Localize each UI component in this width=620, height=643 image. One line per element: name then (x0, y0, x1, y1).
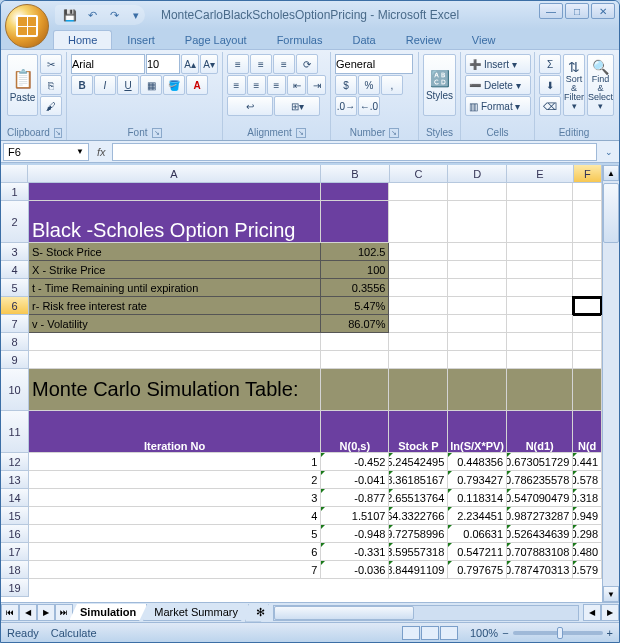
align-bottom-button[interactable]: ≡ (273, 54, 295, 74)
row-header[interactable]: 5 (1, 279, 29, 297)
row-header[interactable]: 3 (1, 243, 29, 261)
decrease-indent-button[interactable]: ⇤ (287, 75, 306, 95)
cell[interactable]: 0.480 (573, 543, 602, 561)
cell[interactable]: 0.3556 (321, 279, 389, 297)
format-cells-button[interactable]: ▥Format ▾ (465, 96, 531, 116)
scroll-down-button[interactable]: ▼ (603, 586, 619, 602)
row-header[interactable]: 15 (1, 507, 29, 525)
cut-button[interactable]: ✂ (40, 54, 62, 74)
accounting-button[interactable]: $ (335, 75, 357, 95)
zoom-level[interactable]: 100% (470, 627, 498, 639)
cell[interactable]: 0.987273287 (507, 507, 573, 525)
cell[interactable]: 0.578 (573, 471, 602, 489)
cell[interactable]: 0.06631 (448, 525, 507, 543)
row-header[interactable]: 16 (1, 525, 29, 543)
hscroll-right[interactable]: ▶ (601, 604, 619, 621)
cell[interactable]: 0.526434639 (507, 525, 573, 543)
insert-cells-button[interactable]: ➕Insert ▾ (465, 54, 531, 74)
scroll-up-button[interactable]: ▲ (603, 165, 619, 181)
row-header[interactable]: 19 (1, 579, 29, 597)
paste-button[interactable]: 📋 Paste (7, 54, 38, 116)
autosum-button[interactable]: Σ (539, 54, 561, 74)
cell[interactable]: 0.707883108 (507, 543, 573, 561)
cell[interactable]: 1.5107 (321, 507, 389, 525)
zoom-in-button[interactable]: + (607, 627, 613, 639)
tab-page-layout[interactable]: Page Layout (170, 30, 262, 50)
col-header-a[interactable]: A (28, 165, 322, 183)
row-header[interactable]: 17 (1, 543, 29, 561)
tab-data[interactable]: Data (337, 30, 390, 50)
cell[interactable]: 0.673051729 (507, 453, 573, 471)
cell[interactable]: 0.318 (573, 489, 602, 507)
cell[interactable]: S- Stock Price (29, 243, 321, 261)
cell[interactable]: 0.949 (573, 507, 602, 525)
font-name-combo[interactable] (71, 54, 145, 74)
row-header[interactable]: 14 (1, 489, 29, 507)
align-center-button[interactable]: ≡ (247, 75, 266, 95)
row-header[interactable]: 13 (1, 471, 29, 489)
percent-button[interactable]: % (358, 75, 380, 95)
format-painter-button[interactable]: 🖌 (40, 96, 62, 116)
row-header[interactable]: 10 (1, 369, 29, 411)
fill-color-button[interactable]: 🪣 (163, 75, 185, 95)
cell[interactable]: -0.036 (321, 561, 389, 579)
cells-area[interactable]: Black -Scholes Option Pricing S- Stock P… (29, 183, 602, 579)
border-button[interactable]: ▦ (140, 75, 162, 95)
sort-filter-button[interactable]: ⇅Sort & Filter ▾ (563, 54, 585, 116)
select-all-button[interactable] (1, 165, 28, 183)
cell[interactable]: 102.5 (321, 243, 389, 261)
tab-review[interactable]: Review (391, 30, 457, 50)
cell[interactable]: 2.234451 (448, 507, 507, 525)
cell[interactable]: -0.452 (321, 453, 389, 471)
cell[interactable]: 7 (29, 561, 321, 579)
cell[interactable]: 0.448356 (448, 453, 507, 471)
cell[interactable]: -0.948 (321, 525, 389, 543)
col-header-d[interactable]: D (448, 165, 507, 183)
font-launcher[interactable]: ↘ (152, 128, 162, 138)
number-format-combo[interactable] (335, 54, 413, 74)
horizontal-scrollbar[interactable] (273, 605, 579, 621)
cell[interactable]: v - Volatility (29, 315, 321, 333)
cell[interactable]: 0.786235578 (507, 471, 573, 489)
tab-insert[interactable]: Insert (112, 30, 170, 50)
cell[interactable]: -0.331 (321, 543, 389, 561)
cell[interactable]: 6 (29, 543, 321, 561)
bold-button[interactable]: B (71, 75, 93, 95)
cell[interactable]: 464.3322766 (389, 507, 448, 525)
cell[interactable]: 0.579 (573, 561, 602, 579)
row-header[interactable]: 18 (1, 561, 29, 579)
redo-icon[interactable]: ↷ (105, 6, 123, 24)
col-header-b[interactable]: B (321, 165, 389, 183)
number-launcher[interactable]: ↘ (389, 128, 399, 138)
underline-button[interactable]: U (117, 75, 139, 95)
cell[interactable]: 5 (29, 525, 321, 543)
italic-button[interactable]: I (94, 75, 116, 95)
minimize-button[interactable]: ― (539, 3, 563, 19)
maximize-button[interactable]: □ (565, 3, 589, 19)
page-break-view-button[interactable] (440, 626, 458, 640)
zoom-slider[interactable] (513, 631, 603, 635)
table-header[interactable]: Iteration No (29, 411, 321, 453)
cell[interactable]: 39.72758996 (389, 525, 448, 543)
cell[interactable]: 5.47% (321, 297, 389, 315)
table-header[interactable]: N(d1) (507, 411, 573, 453)
cell[interactable]: 73.59557318 (389, 543, 448, 561)
table-header[interactable]: ln(S/X*PV) (448, 411, 507, 453)
row-header[interactable]: 1 (1, 183, 29, 201)
undo-icon[interactable]: ↶ (83, 6, 101, 24)
new-sheet-button[interactable]: ✻ (245, 604, 269, 622)
cell[interactable]: 0.797675 (448, 561, 507, 579)
vertical-scrollbar[interactable]: ▲ ▼ (602, 165, 619, 602)
fx-icon[interactable]: fx (91, 146, 112, 158)
cell[interactable]: 65.24542495 (389, 453, 448, 471)
cell[interactable]: 98.84491109 (389, 561, 448, 579)
orientation-button[interactable]: ⟳ (296, 54, 318, 74)
cell[interactable]: 0.547211 (448, 543, 507, 561)
cell[interactable]: 100 (321, 261, 389, 279)
row-header[interactable]: 7 (1, 315, 29, 333)
cell[interactable]: 3 (29, 489, 321, 507)
col-header-e[interactable]: E (507, 165, 573, 183)
styles-button[interactable]: 🔠 Styles (423, 54, 456, 116)
align-top-button[interactable]: ≡ (227, 54, 249, 74)
sheet-tab-simulation[interactable]: Simulation (69, 604, 147, 621)
